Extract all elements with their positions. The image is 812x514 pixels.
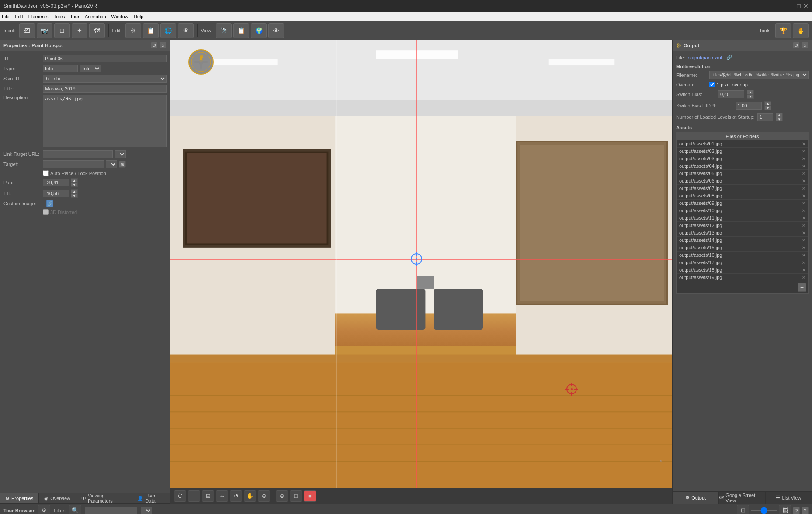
- view-btn-2[interactable]: 📋: [233, 23, 249, 38]
- tour-browser-close-btn[interactable]: ✕: [802, 507, 809, 514]
- asset-row[interactable]: output/assets/03.jpg✕: [677, 155, 808, 162]
- close-btn[interactable]: ✕: [803, 3, 809, 10]
- skin-id-select[interactable]: ht_info: [43, 75, 167, 83]
- input-btn-4[interactable]: ✦: [72, 23, 87, 38]
- pan-up-btn[interactable]: ▲: [71, 178, 78, 183]
- viewer-area[interactable]: N: [170, 40, 672, 488]
- distorted-checkbox[interactable]: [43, 209, 49, 215]
- output-tab-output[interactable]: ⚙ Output: [673, 492, 719, 504]
- menu-edit[interactable]: Edit: [15, 14, 23, 19]
- tour-zoom-slider[interactable]: [751, 510, 777, 511]
- asset-row[interactable]: output/assets/15.jpg✕: [677, 244, 808, 252]
- menu-help[interactable]: Help: [134, 14, 144, 19]
- switch-bias-down[interactable]: ▼: [747, 94, 754, 99]
- panel-close-btn[interactable]: ✕: [160, 42, 167, 49]
- menu-elements[interactable]: Elements: [28, 14, 49, 19]
- asset-row[interactable]: output/assets/18.jpg✕: [677, 266, 808, 274]
- switch-bias-hidpi-input[interactable]: [736, 102, 762, 110]
- switch-bias-hidpi-down[interactable]: ▼: [764, 106, 771, 110]
- filter-input[interactable]: [85, 507, 137, 514]
- tab-overview[interactable]: ◉ Overview: [39, 493, 76, 503]
- tour-browser-refresh-btn[interactable]: ↺: [793, 507, 800, 514]
- id-input[interactable]: [43, 55, 167, 62]
- asset-row[interactable]: output/assets/16.jpg✕: [677, 252, 808, 259]
- tour-browser-settings-btn[interactable]: ⚙: [38, 505, 50, 514]
- asset-row[interactable]: output/assets/08.jpg✕: [677, 192, 808, 200]
- filename-select[interactable]: tiles/$y/cf_%cf_%d/c_%x/tile_%x/tile_%y.…: [709, 71, 809, 79]
- description-textarea[interactable]: assets/06.jpg: [43, 95, 167, 147]
- tour-zoom-fit-btn[interactable]: ⊡: [737, 505, 749, 514]
- asset-delete-btn[interactable]: ✕: [802, 275, 805, 280]
- view-btn-1[interactable]: 🔭: [216, 23, 232, 38]
- viewer-add-btn[interactable]: +: [188, 490, 200, 502]
- tilt-input[interactable]: [43, 190, 69, 197]
- minimize-btn[interactable]: —: [788, 3, 795, 10]
- asset-delete-btn[interactable]: ✕: [802, 208, 805, 213]
- output-tab-listview[interactable]: ☰ List View: [766, 492, 812, 504]
- menu-animation[interactable]: Animation: [85, 14, 106, 19]
- asset-delete-btn[interactable]: ✕: [802, 245, 805, 250]
- tools-btn-1[interactable]: 🏆: [775, 23, 791, 38]
- edit-btn-3[interactable]: 🌐: [160, 23, 176, 38]
- asset-delete-btn[interactable]: ✕: [802, 179, 805, 183]
- auto-place-checkbox[interactable]: [43, 170, 49, 176]
- switch-bias-hidpi-up[interactable]: ▲: [764, 101, 771, 106]
- edit-btn-2[interactable]: 📋: [143, 23, 159, 38]
- custom-image-btn[interactable]: 🔗: [46, 200, 53, 207]
- tilt-up-btn[interactable]: ▲: [71, 189, 78, 193]
- maximize-btn[interactable]: □: [797, 3, 801, 10]
- switch-bias-up[interactable]: ▲: [747, 90, 754, 94]
- window-controls[interactable]: — □ ✕: [788, 3, 809, 10]
- viewer-plus-btn[interactable]: ⊕: [258, 490, 270, 502]
- asset-delete-btn[interactable]: ✕: [802, 149, 805, 154]
- asset-delete-btn[interactable]: ✕: [802, 141, 805, 146]
- link-target-select[interactable]: [115, 150, 126, 158]
- asset-row[interactable]: output/assets/11.jpg✕: [677, 214, 808, 222]
- tilt-down-btn[interactable]: ▼: [71, 193, 78, 198]
- viewer-red-btn[interactable]: ■: [304, 490, 316, 502]
- asset-delete-btn[interactable]: ✕: [802, 231, 805, 235]
- asset-row[interactable]: output/assets/14.jpg✕: [677, 237, 808, 244]
- input-btn-1[interactable]: 🖼: [19, 23, 35, 38]
- asset-row[interactable]: output/assets/05.jpg✕: [677, 170, 808, 177]
- asset-row[interactable]: output/assets/13.jpg✕: [677, 229, 808, 237]
- input-btn-3[interactable]: ⊞: [54, 23, 70, 38]
- asset-row[interactable]: output/assets/04.jpg✕: [677, 162, 808, 170]
- menu-window[interactable]: Window: [111, 14, 128, 19]
- viewer-hand-btn[interactable]: ✋: [244, 490, 256, 502]
- output-close-btn[interactable]: ✕: [802, 42, 809, 49]
- menu-tour[interactable]: Tour: [70, 14, 79, 19]
- type-input[interactable]: [43, 65, 78, 72]
- asset-delete-btn[interactable]: ✕: [802, 253, 805, 258]
- loaded-levels-down[interactable]: ▼: [776, 117, 783, 121]
- asset-delete-btn[interactable]: ✕: [802, 223, 805, 228]
- asset-delete-btn[interactable]: ✕: [802, 238, 805, 243]
- link-target-input[interactable]: [43, 150, 113, 158]
- asset-delete-btn[interactable]: ✕: [802, 156, 805, 161]
- asset-delete-btn[interactable]: ✕: [802, 171, 805, 176]
- edit-btn-1[interactable]: ⚙: [125, 23, 141, 38]
- tour-view-btn[interactable]: 🖼: [779, 505, 791, 514]
- asset-row[interactable]: output/assets/12.jpg✕: [677, 222, 808, 229]
- switch-bias-input[interactable]: [718, 90, 744, 98]
- asset-row[interactable]: output/assets/02.jpg✕: [677, 148, 808, 155]
- target-input[interactable]: [43, 160, 104, 168]
- asset-row[interactable]: output/assets/01.jpg✕: [677, 140, 808, 148]
- asset-delete-btn[interactable]: ✕: [802, 260, 805, 265]
- loaded-levels-input[interactable]: [757, 113, 773, 121]
- output-tab-streetview[interactable]: 🗺 Google Street View: [719, 492, 765, 504]
- menu-tools[interactable]: Tools: [54, 14, 65, 19]
- asset-row[interactable]: output/assets/07.jpg✕: [677, 185, 808, 192]
- asset-row[interactable]: output/assets/19.jpg✕: [677, 274, 808, 281]
- filter-type-select[interactable]: [141, 507, 152, 514]
- input-btn-5[interactable]: 🗺: [89, 23, 105, 38]
- viewer-square-btn[interactable]: □: [290, 490, 302, 502]
- viewer-time-btn[interactable]: ⏱: [174, 490, 186, 502]
- menu-file[interactable]: File: [2, 14, 10, 19]
- asset-delete-btn[interactable]: ✕: [802, 186, 805, 191]
- output-refresh-btn[interactable]: ↺: [793, 42, 800, 49]
- overlap-checkbox[interactable]: [709, 82, 715, 87]
- input-btn-2[interactable]: 📷: [37, 23, 52, 38]
- pan-down-btn[interactable]: ▼: [71, 183, 78, 187]
- asset-delete-btn[interactable]: ✕: [802, 201, 805, 206]
